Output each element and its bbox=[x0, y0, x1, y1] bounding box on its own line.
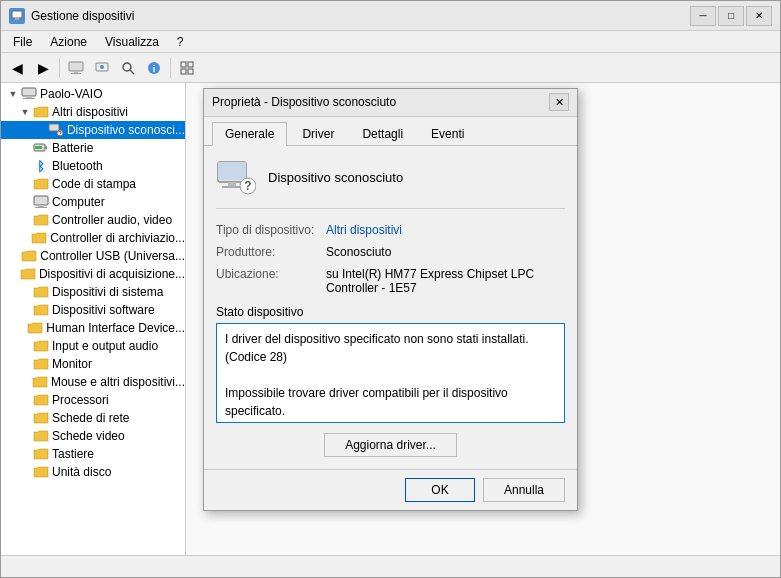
tree-item-monitor[interactable]: Monitor bbox=[1, 355, 185, 373]
maximize-button[interactable]: □ bbox=[718, 6, 744, 26]
prop-producer: Produttore: Sconosciuto bbox=[216, 245, 565, 259]
tree-item-bluetooth[interactable]: ᛒ Bluetooth bbox=[1, 157, 185, 175]
tab-generale[interactable]: Generale bbox=[212, 122, 287, 146]
expand-monitor[interactable] bbox=[17, 356, 33, 372]
tree-item-computer[interactable]: Computer bbox=[1, 193, 185, 211]
label-input-output-audio: Input e output audio bbox=[52, 339, 158, 353]
tree-item-input-output-audio[interactable]: Input e output audio bbox=[1, 337, 185, 355]
dialog-tabs: Generale Driver Dettagli Eventi bbox=[204, 117, 577, 146]
svg-text:ᛒ: ᛒ bbox=[37, 159, 45, 173]
tab-driver[interactable]: Driver bbox=[289, 122, 347, 146]
main-title-bar: Gestione dispositivi ─ □ ✕ bbox=[1, 1, 780, 31]
tree-item-processori[interactable]: Processori bbox=[1, 391, 185, 409]
prop-location: Ubicazione: su Intel(R) HM77 Express Chi… bbox=[216, 267, 565, 295]
dialog-footer: OK Annulla bbox=[204, 469, 577, 510]
tree-item-schede-video[interactable]: Schede video bbox=[1, 427, 185, 445]
root-expand-icon[interactable]: ▼ bbox=[5, 86, 21, 102]
tree-item-dispositivi-sistema[interactable]: Dispositivi di sistema bbox=[1, 283, 185, 301]
expand-code-stampa[interactable] bbox=[17, 176, 33, 192]
info-icon-btn[interactable]: i bbox=[142, 56, 166, 80]
label-code-stampa: Code di stampa bbox=[52, 177, 136, 191]
prop-producer-label: Produttore: bbox=[216, 245, 326, 259]
tree-item-altri-dispositivi[interactable]: ▼ Altri dispositivi bbox=[1, 103, 185, 121]
tree-root[interactable]: ▼ Paolo-VAIO bbox=[1, 85, 185, 103]
device-tree-sidebar: ▼ Paolo-VAIO ▼ Altri dispositivi bbox=[1, 83, 186, 555]
svg-rect-32 bbox=[222, 186, 242, 188]
svg-rect-14 bbox=[181, 69, 186, 74]
update-driver-button[interactable]: Aggiorna driver... bbox=[324, 433, 457, 457]
expand-input-output-audio[interactable] bbox=[17, 338, 33, 354]
icon-monitor bbox=[33, 356, 49, 372]
expand-mouse-altri[interactable] bbox=[16, 374, 31, 390]
svg-rect-27 bbox=[38, 205, 44, 207]
icon-controller-audio bbox=[33, 212, 49, 228]
status-device-section: Stato dispositivo I driver del dispositi… bbox=[216, 305, 565, 423]
expand-dispositivi-software[interactable] bbox=[17, 302, 33, 318]
tree-item-tastiere[interactable]: Tastiere bbox=[1, 445, 185, 463]
menu-help[interactable]: ? bbox=[169, 33, 192, 51]
label-processori: Processori bbox=[52, 393, 109, 407]
tree-item-dispositivo-sconosciuto[interactable]: ? Dispositivo sconosci... bbox=[1, 121, 185, 139]
svg-rect-24 bbox=[35, 146, 42, 149]
icon-schede-video bbox=[33, 428, 49, 444]
cancel-button[interactable]: Annulla bbox=[483, 478, 565, 502]
minimize-button[interactable]: ─ bbox=[690, 6, 716, 26]
tree-item-dispositivi-software[interactable]: Dispositivi software bbox=[1, 301, 185, 319]
menu-azione[interactable]: Azione bbox=[42, 33, 95, 51]
expand-dispositivi-sistema[interactable] bbox=[17, 284, 33, 300]
expand-altri-dispositivi[interactable]: ▼ bbox=[17, 104, 33, 120]
icon-human-interface bbox=[27, 320, 43, 336]
expand-computer[interactable] bbox=[17, 194, 33, 210]
expand-controller-usb[interactable] bbox=[11, 248, 21, 264]
tab-dettagli[interactable]: Dettagli bbox=[349, 122, 416, 146]
tree-item-controller-usb[interactable]: Controller USB (Universa... bbox=[1, 247, 185, 265]
tree-item-human-interface[interactable]: Human Interface Device... bbox=[1, 319, 185, 337]
icon-controller-archiviazione bbox=[31, 230, 47, 246]
tab-eventi[interactable]: Eventi bbox=[418, 122, 477, 146]
icon-dispositivi-sistema bbox=[33, 284, 49, 300]
expand-batterie[interactable] bbox=[17, 140, 33, 156]
expand-bluetooth[interactable] bbox=[17, 158, 33, 174]
label-dispositivi-sistema: Dispositivi di sistema bbox=[52, 285, 163, 299]
computer-icon-btn[interactable] bbox=[64, 56, 88, 80]
forward-button[interactable]: ▶ bbox=[31, 56, 55, 80]
expand-schede-rete[interactable] bbox=[17, 410, 33, 426]
tree-item-code-stampa[interactable]: Code di stampa bbox=[1, 175, 185, 193]
expand-tastiere[interactable] bbox=[17, 446, 33, 462]
scan-icon-btn[interactable] bbox=[116, 56, 140, 80]
tree-item-controller-audio[interactable]: Controller audio, video bbox=[1, 211, 185, 229]
root-label: Paolo-VAIO bbox=[40, 87, 102, 101]
menu-visualizza[interactable]: Visualizza bbox=[97, 33, 167, 51]
update-button-container: Aggiorna driver... bbox=[216, 433, 565, 457]
ok-button[interactable]: OK bbox=[405, 478, 475, 502]
expand-controller-archiviazione[interactable] bbox=[16, 230, 31, 246]
prop-location-label: Ubicazione: bbox=[216, 267, 326, 295]
status-bar bbox=[1, 555, 780, 577]
expand-unita-disco[interactable] bbox=[17, 464, 33, 480]
expand-processori[interactable] bbox=[17, 392, 33, 408]
tree-item-schede-rete[interactable]: Schede di rete bbox=[1, 409, 185, 427]
expand-controller-audio[interactable] bbox=[17, 212, 33, 228]
tree-item-unita-disco[interactable]: Unità disco bbox=[1, 463, 185, 481]
close-main-button[interactable]: ✕ bbox=[746, 6, 772, 26]
menu-file[interactable]: File bbox=[5, 33, 40, 51]
tree-item-controller-archiviazione[interactable]: Controller di archiviazio... bbox=[1, 229, 185, 247]
svg-rect-13 bbox=[188, 62, 193, 67]
tree-item-dispositivi-acquisizione[interactable]: Dispositivi di acquisizione... bbox=[1, 265, 185, 283]
svg-text:?: ? bbox=[244, 179, 251, 193]
expand-dispositivi-acquisizione[interactable] bbox=[10, 266, 19, 282]
tree-item-batterie[interactable]: Batterie bbox=[1, 139, 185, 157]
device-icon-btn[interactable] bbox=[90, 56, 114, 80]
label-tastiere: Tastiere bbox=[52, 447, 94, 461]
grid-icon-btn[interactable] bbox=[175, 56, 199, 80]
label-controller-usb: Controller USB (Universa... bbox=[40, 249, 185, 263]
back-button[interactable]: ◀ bbox=[5, 56, 29, 80]
svg-point-7 bbox=[100, 65, 104, 69]
tree-item-mouse-altri[interactable]: Mouse e altri dispositivi... bbox=[1, 373, 185, 391]
prop-type-label: Tipo di dispositivo: bbox=[216, 223, 326, 237]
icon-dispositivo-sconosciuto: ? bbox=[48, 122, 64, 138]
app-icon bbox=[9, 8, 25, 24]
expand-schede-video[interactable] bbox=[17, 428, 33, 444]
expand-human-interface[interactable] bbox=[14, 320, 27, 336]
dialog-close-button[interactable]: ✕ bbox=[549, 93, 569, 111]
